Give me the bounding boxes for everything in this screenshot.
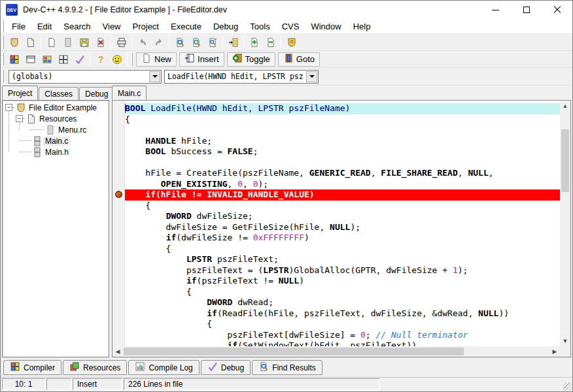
menu-window[interactable]: Window xyxy=(305,20,347,33)
editor[interactable]: BOOL LoadFile(HWND hEdit, LPSTR pszFileN… xyxy=(112,100,571,357)
output-tab-compile-log[interactable]: Compile Log xyxy=(128,360,199,375)
toolbar-main xyxy=(1,34,572,51)
function-combobox-value: LoadFile(HWND hEdit, LPSTR psz xyxy=(165,72,306,81)
menubar-grip[interactable] xyxy=(2,20,4,33)
new-button[interactable]: New xyxy=(136,52,177,67)
undo-button[interactable] xyxy=(134,35,150,50)
function-combobox-dropdown[interactable] xyxy=(306,71,317,82)
toolbar-grip[interactable] xyxy=(131,53,133,66)
menu-file[interactable]: File xyxy=(6,20,31,33)
horizontal-scrollbar-thumb[interactable] xyxy=(124,348,464,355)
breakpoint-icon[interactable] xyxy=(115,191,122,198)
toggle-button[interactable]: Toggle xyxy=(227,52,275,67)
page-gray-icon xyxy=(63,37,73,48)
find-in-files-button[interactable] xyxy=(188,35,204,50)
menu-edit[interactable]: Edit xyxy=(31,20,58,33)
output-tab-find-results[interactable]: Find Results xyxy=(252,360,322,375)
tab-debug[interactable]: Debug xyxy=(79,87,114,100)
tab-main-c[interactable]: Main.c xyxy=(112,86,147,100)
redo-button[interactable] xyxy=(150,35,167,50)
vertical-scrollbar[interactable]: ▲ ▼ xyxy=(560,101,570,346)
toolbar-grip[interactable] xyxy=(2,53,4,66)
tree-connector xyxy=(30,129,44,130)
find-button[interactable] xyxy=(171,35,188,50)
minimize-button[interactable] xyxy=(480,1,511,19)
toolbar-separator xyxy=(281,36,281,49)
scope-combobox[interactable]: (globals) xyxy=(9,70,162,84)
goto-line-button[interactable] xyxy=(225,35,241,50)
main-area: ProjectClassesDebug −File Editor Example… xyxy=(1,86,572,357)
scroll-down-icon[interactable]: ▼ xyxy=(560,336,570,346)
project-options-button[interactable] xyxy=(283,35,300,50)
scope-combobox-dropdown[interactable] xyxy=(149,71,160,82)
toggle-button-label: Toggle xyxy=(245,54,270,64)
save-all-button[interactable] xyxy=(76,35,92,50)
toolbar-grip[interactable] xyxy=(2,70,4,83)
check-purple-icon xyxy=(207,361,218,374)
tree-item-main-h[interactable]: Main.h xyxy=(3,146,109,157)
menu-tools[interactable]: Tools xyxy=(244,20,275,33)
menu-cvs[interactable]: CVS xyxy=(276,20,305,33)
goto-button[interactable]: Goto xyxy=(278,52,320,67)
menu-debug[interactable]: Debug xyxy=(207,20,244,33)
new-project-button[interactable] xyxy=(6,35,22,50)
compile-run-button[interactable] xyxy=(39,52,55,67)
output-tab-compiler[interactable]: Compiler xyxy=(3,360,61,375)
open-project-button[interactable] xyxy=(22,35,39,50)
menu-search[interactable]: Search xyxy=(58,20,96,33)
vertical-scrollbar-thumb[interactable] xyxy=(561,129,569,192)
menu-help[interactable]: Help xyxy=(347,20,377,33)
menu-project[interactable]: Project xyxy=(127,20,165,33)
about-button[interactable] xyxy=(109,52,125,67)
tree-connector xyxy=(20,140,31,141)
tab-classes[interactable]: Classes xyxy=(39,87,78,100)
scroll-left-icon[interactable]: ◀ xyxy=(113,346,123,357)
tree-connector xyxy=(9,110,9,152)
debug-button[interactable] xyxy=(71,52,88,67)
page-fold-icon xyxy=(26,114,37,124)
editor-gutter[interactable] xyxy=(113,101,125,346)
project-tree: −File Editor Example−ResourcesMenu.rcMai… xyxy=(3,101,109,357)
menu-view[interactable]: View xyxy=(97,20,127,33)
help-button[interactable]: ? xyxy=(92,52,109,67)
insert-button[interactable]: Insert xyxy=(179,52,224,67)
compile-button[interactable] xyxy=(6,52,22,67)
toolbar-grip[interactable] xyxy=(2,36,4,49)
rebuild-button[interactable] xyxy=(55,52,71,67)
output-tab-debug[interactable]: Debug xyxy=(201,360,251,375)
toolbar-separator xyxy=(127,53,128,66)
output-tab-resources[interactable]: Resources xyxy=(63,360,127,375)
menu-execute[interactable]: Execute xyxy=(165,20,207,33)
tree-expander-icon[interactable]: − xyxy=(16,115,23,122)
scroll-right-icon[interactable]: ▶ xyxy=(549,346,560,357)
project-tabbar: ProjectClassesDebug xyxy=(2,86,109,100)
toolbar-separator xyxy=(222,36,223,49)
horizontal-scrollbar[interactable]: ◀ ▶ xyxy=(113,346,560,357)
tree-item-file-editor-example[interactable]: −File Editor Example xyxy=(3,102,109,113)
printer-icon xyxy=(116,37,127,48)
save-button[interactable] xyxy=(60,35,76,50)
tab-label: Debug xyxy=(221,363,244,372)
new-file-button[interactable] xyxy=(43,35,60,50)
add-to-project-button[interactable] xyxy=(246,35,262,50)
insert-icon xyxy=(184,53,195,65)
tree-item-main-c[interactable]: Main.c xyxy=(3,135,109,146)
toolbar-separator xyxy=(243,36,244,49)
remove-from-project-button[interactable] xyxy=(262,35,279,50)
text-caret xyxy=(125,104,126,113)
maximize-button[interactable] xyxy=(511,1,542,19)
scroll-up-icon[interactable]: ▲ xyxy=(560,101,570,111)
redo-icon xyxy=(154,37,164,48)
tree-expander-icon[interactable]: − xyxy=(5,104,12,111)
window-title: Dev-C++ 4.9.9.2 - [ File Editor Example … xyxy=(23,5,227,14)
resize-grip[interactable] xyxy=(563,382,572,391)
close-button[interactable] xyxy=(542,1,572,19)
code-line: HANDLE hFile; xyxy=(125,136,560,147)
function-combobox[interactable]: LoadFile(HWND hEdit, LPSTR psz xyxy=(164,70,319,84)
print-button[interactable] xyxy=(113,35,130,50)
run-button[interactable] xyxy=(22,52,39,67)
replace-button[interactable] xyxy=(204,35,220,50)
code-area[interactable]: BOOL LoadFile(HWND hEdit, LPSTR pszFileN… xyxy=(125,101,560,346)
tab-project[interactable]: Project xyxy=(2,86,38,100)
close-file-button[interactable] xyxy=(92,35,109,50)
